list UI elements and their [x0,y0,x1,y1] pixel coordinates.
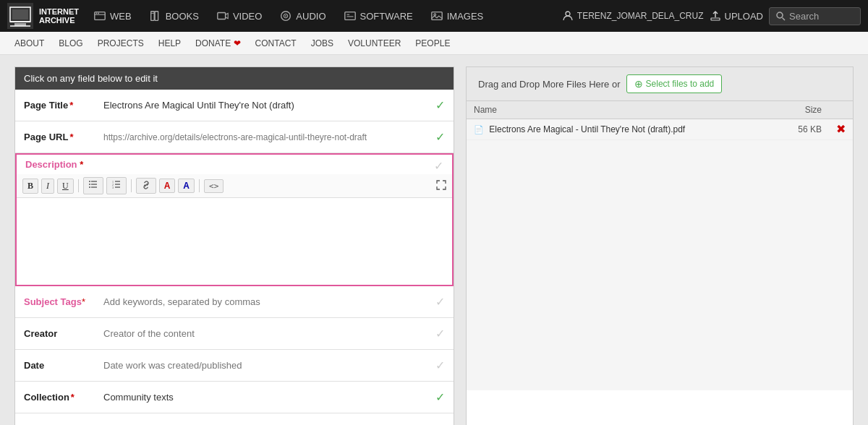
books-icon [149,9,162,22]
files-list-area: Name Size 📄 Electrons Are Magical - Unti… [467,101,853,390]
file-size-cell: 56 KB [771,119,829,140]
collection-value[interactable]: Community texts [103,392,430,403]
description-label: Description * [25,159,83,170]
nav-help[interactable]: HELP [158,34,181,53]
link-button[interactable] [136,178,156,194]
images-icon [430,9,443,22]
unordered-list-icon [88,179,98,189]
page-title-value[interactable]: Electrons Are Magical Until They're Not … [103,100,430,111]
page-url-check: ✓ [435,130,445,144]
page-url-row[interactable]: Page URL* https://archive.org/details/el… [15,121,454,153]
nav-blog[interactable]: BLOG [59,34,82,53]
logo[interactable]: INTERNET ARCHIVE [7,3,79,29]
subject-tags-row[interactable]: Subject Tags* ✓ [15,286,454,318]
subject-tags-input[interactable] [103,296,430,307]
svg-point-25 [777,12,783,18]
pdf-icon: 📄 [474,125,484,134]
date-label: Date [24,360,103,371]
italic-button[interactable]: I [41,179,54,194]
delete-file-button[interactable]: ✖ [836,124,846,135]
nav-web[interactable]: WEB [86,5,139,27]
search-input[interactable] [789,11,854,22]
description-section: Description * ✓ B I U 123 A [15,153,454,286]
svg-rect-13 [218,13,226,20]
creator-check: ✓ [435,327,445,340]
collection-row[interactable]: Collection* Community texts ✓ [15,382,454,413]
page-url-label: Page URL* [24,132,103,142]
svg-rect-11 [155,12,158,21]
upload-icon [710,10,721,22]
delete-column-header [829,101,853,119]
search-box[interactable] [769,7,861,25]
underline-button[interactable]: U [57,179,74,194]
file-delete-cell[interactable]: ✖ [829,119,853,140]
page-title-check: ✓ [435,98,445,112]
nav-books[interactable]: BOOKS [142,5,206,27]
upload-button[interactable]: UPLOAD [710,10,763,22]
search-icon [775,11,786,21]
svg-point-22 [434,14,436,16]
description-header: Description * ✓ [17,155,452,174]
svg-point-32 [89,186,90,188]
svg-rect-24 [711,18,720,20]
highlight-color-button[interactable]: A [178,179,195,193]
nav-volunteer[interactable]: VOLUNTEER [348,34,401,53]
ordered-list-button[interactable]: 123 [106,177,127,194]
svg-point-30 [89,181,90,182]
nav-video[interactable]: VIDEO [209,5,269,27]
nav-jobs[interactable]: JOBS [311,34,333,53]
files-table: Name Size 📄 Electrons Are Magical - Unti… [467,101,853,140]
svg-rect-18 [344,12,354,20]
nav-images[interactable]: IMAGES [423,5,491,27]
drop-label: Drag and Drop More Files Here or [478,79,621,90]
nav-people[interactable]: PEOPLE [415,34,450,53]
text-color-button[interactable]: A [159,179,176,193]
secondary-navigation: ABOUT BLOG PROJECTS HELP DONATE ❤ CONTAC… [0,32,868,55]
svg-line-26 [783,18,786,21]
date-input[interactable] [103,360,430,371]
bold-button[interactable]: B [22,179,38,194]
expand-icon [436,180,446,190]
table-row: 📄 Electrons Are Magical - Until They're … [467,119,853,140]
plus-icon: ⊕ [634,78,643,90]
page-title-label: Page Title* [24,100,103,111]
description-check: ✓ [434,159,443,173]
subject-tags-label: Subject Tags* [24,296,103,307]
file-name: Electrons Are Magical - Until They're No… [489,124,685,134]
drop-zone[interactable]: Drag and Drop More Files Here or ⊕ Selec… [467,67,853,101]
nav-right: TERENZ_JOMAR_DELA_CRUZ UPLOAD [562,7,861,25]
creator-row[interactable]: Creator ✓ [15,318,454,350]
code-button[interactable]: <> [204,179,224,193]
expand-editor-button[interactable] [436,180,446,192]
page-title-row[interactable]: Page Title* Electrons Are Magical Until … [15,90,454,121]
table-header-row: Name Size [467,101,853,119]
nav-donate[interactable]: DONATE ❤ [195,34,240,53]
name-column-header: Name [467,101,771,119]
software-icon [344,9,357,22]
video-icon [216,9,229,22]
test-item-row[interactable]: Test Item Yes (will be removed after 30 … [15,413,454,425]
date-row[interactable]: Date ✓ [15,350,454,382]
audio-icon [279,9,292,22]
panel-header: Click on any field below to edit it [15,67,454,90]
nav-items: WEB BOOKS VIDEO AUDIO SOFTWARE IMAGES [86,5,562,27]
nav-software[interactable]: SOFTWARE [336,5,420,27]
description-editor[interactable] [17,198,452,285]
svg-rect-2 [12,9,28,20]
nav-projects[interactable]: PROJECTS [98,34,144,53]
nav-audio[interactable]: AUDIO [272,5,333,27]
page-url-value[interactable]: https://archive.org/details/electrons-ar… [103,132,430,142]
nav-contact[interactable]: CONTACT [255,34,297,53]
web-icon [93,9,106,22]
logo-text: INTERNET ARCHIVE [39,7,79,25]
link-icon [141,180,151,190]
nav-about[interactable]: ABOUT [14,34,44,53]
select-files-button[interactable]: ⊕ Select files to add [626,74,723,93]
files-panel: Drag and Drop More Files Here or ⊕ Selec… [466,66,854,425]
toolbar-separator-2 [131,179,132,192]
unordered-list-button[interactable] [83,177,103,194]
svg-point-9 [98,13,99,14]
creator-input[interactable] [103,328,430,339]
user-menu[interactable]: TERENZ_JOMAR_DELA_CRUZ [562,10,704,22]
collection-label: Collection* [24,392,103,403]
